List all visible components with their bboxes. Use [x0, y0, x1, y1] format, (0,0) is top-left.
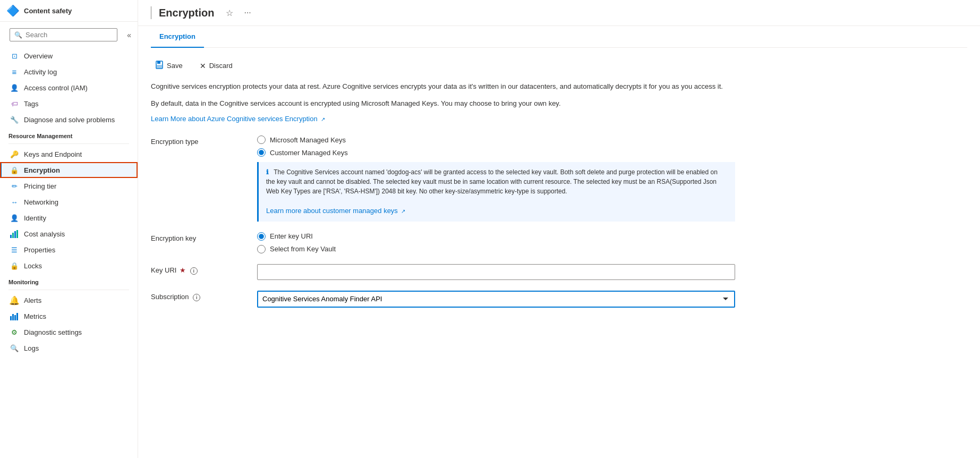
pricing-icon: ✏	[10, 182, 19, 190]
radio-select-vault[interactable]: Select from Key Vault	[257, 245, 967, 253]
sidebar-item-label: Diagnostic settings	[24, 328, 82, 336]
learn-more-cmk-link[interactable]: Learn more about customer managed keys ↗	[266, 207, 405, 215]
radio-customer-label[interactable]: Customer Managed Keys	[270, 149, 348, 157]
sidebar-item-cost-analysis[interactable]: Cost analysis	[0, 226, 138, 242]
learn-more-link[interactable]: Learn More about Azure Cognitive service…	[151, 115, 325, 123]
radio-enter-uri-input[interactable]	[257, 232, 266, 241]
radio-select-vault-input[interactable]	[257, 245, 266, 253]
favorite-button[interactable]: ☆	[224, 7, 235, 19]
radio-enter-uri-label[interactable]: Enter key URI	[270, 232, 313, 240]
radio-select-vault-label[interactable]: Select from Key Vault	[270, 245, 336, 253]
search-container: 🔍	[10, 28, 117, 41]
service-title: Content safety	[24, 7, 72, 15]
encryption-key-label: Encryption key	[151, 232, 257, 242]
monitoring-divider	[8, 290, 129, 290]
sidebar-item-metrics[interactable]: Metrics	[0, 308, 138, 324]
encryption-key-row: Encryption key Enter key URI Select from…	[151, 232, 967, 253]
discard-button[interactable]: ✕ Discard	[195, 60, 237, 72]
sidebar-item-label: Overview	[24, 52, 53, 60]
sidebar-item-label: Diagnose and solve problems	[24, 116, 115, 124]
radio-customer-managed[interactable]: Customer Managed Keys	[257, 148, 967, 157]
radio-customer-input[interactable]	[257, 148, 266, 157]
sidebar-item-diagnose[interactable]: 🔧 Diagnose and solve problems	[0, 112, 138, 128]
sidebar-item-activity-log[interactable]: ≡ Activity log	[0, 64, 138, 80]
more-options-button[interactable]: ···	[242, 7, 253, 19]
collapse-button[interactable]: «	[125, 29, 133, 41]
subscription-control: Cognitive Services Anomaly Finder API	[257, 291, 967, 308]
save-button[interactable]: Save	[151, 58, 187, 73]
search-input[interactable]	[25, 31, 113, 39]
overview-icon: ⊡	[10, 52, 19, 60]
content-area: Encryption Save ✕ Discard Cognitive se	[138, 26, 980, 458]
activity-log-icon: ≡	[10, 67, 19, 76]
sidebar-item-tags[interactable]: 🏷 Tags	[0, 96, 138, 112]
key-uri-label-text: Key URI	[151, 266, 176, 274]
sidebar-item-keys-endpoint[interactable]: 🔑 Keys and Endpoint	[0, 146, 138, 162]
tab-bar: Encryption	[151, 26, 967, 48]
sidebar-nav: ⊡ Overview ≡ Activity log 👤 Access contr…	[0, 48, 138, 458]
sidebar-item-locks[interactable]: 🔒 Locks	[0, 258, 138, 274]
main-content: Encryption ☆ ··· Encryption Save	[138, 0, 980, 458]
radio-enter-uri[interactable]: Enter key URI	[257, 232, 967, 241]
cmk-external-link-icon: ↗	[401, 208, 405, 214]
subscription-select[interactable]: Cognitive Services Anomaly Finder API	[257, 291, 735, 308]
encryption-type-label: Encryption type	[151, 135, 257, 146]
sidebar-item-label: Networking	[24, 198, 58, 206]
sidebar-item-label: Metrics	[24, 312, 46, 320]
description-1: Cognitive services encryption protects y…	[151, 81, 788, 92]
sidebar-item-identity[interactable]: 👤 Identity	[0, 210, 138, 226]
sidebar-item-label: Access control (IAM)	[24, 84, 88, 92]
description-2: By default, data in the Cognitive servic…	[151, 98, 788, 109]
sidebar-item-pricing-tier[interactable]: ✏ Pricing tier	[0, 178, 138, 194]
alerts-icon: 🔔	[10, 296, 19, 304]
sidebar-item-networking[interactable]: ↔ Networking	[0, 194, 138, 210]
radio-microsoft-input[interactable]	[257, 135, 266, 144]
discard-icon: ✕	[200, 62, 206, 70]
tab-encryption[interactable]: Encryption	[151, 26, 204, 48]
sidebar-item-encryption[interactable]: 🔒 Encryption	[0, 162, 138, 178]
sidebar-item-overview[interactable]: ⊡ Overview	[0, 48, 138, 64]
info-text: The Cognitive Services account named 'do…	[266, 168, 718, 195]
svg-rect-9	[157, 61, 160, 64]
form-section: Encryption type Microsoft Managed Keys C…	[151, 135, 967, 308]
logs-icon: 🔍	[10, 344, 19, 352]
sidebar-item-access-control[interactable]: 👤 Access control (IAM)	[0, 80, 138, 96]
key-uri-control	[257, 264, 967, 280]
radio-microsoft-label[interactable]: Microsoft Managed Keys	[270, 136, 346, 144]
svg-rect-3	[16, 230, 18, 238]
learn-more-cmk-text: Learn more about customer managed keys	[266, 207, 398, 215]
key-uri-label: Key URI ★ i	[151, 264, 257, 275]
key-uri-input[interactable]	[257, 264, 735, 280]
svg-rect-0	[10, 235, 12, 238]
access-control-icon: 👤	[10, 83, 19, 92]
resource-management-label: Resource Management	[0, 128, 138, 141]
sidebar-item-label: Pricing tier	[24, 182, 56, 190]
page-header: Encryption ☆ ···	[138, 0, 980, 26]
sidebar-item-label: Identity	[24, 214, 46, 222]
key-uri-info-icon[interactable]: i	[190, 267, 198, 275]
subscription-info-icon[interactable]: i	[193, 294, 200, 301]
metrics-icon	[10, 312, 19, 320]
learn-more-link-text: Learn More about Azure Cognitive service…	[151, 115, 318, 123]
subscription-row: Subscription i Cognitive Services Anomal…	[151, 291, 967, 308]
sidebar-item-diagnostic-settings[interactable]: ⚙ Diagnostic settings	[0, 324, 138, 340]
svg-rect-2	[14, 231, 16, 238]
sidebar-item-label: Alerts	[24, 296, 41, 304]
encryption-key-control: Enter key URI Select from Key Vault	[257, 232, 967, 253]
sidebar-item-properties[interactable]: ☰ Properties	[0, 242, 138, 258]
sidebar-item-alerts[interactable]: 🔔 Alerts	[0, 292, 138, 308]
save-icon	[155, 61, 164, 71]
svg-rect-6	[14, 315, 16, 320]
sidebar-item-logs[interactable]: 🔍 Logs	[0, 340, 138, 356]
sidebar-item-label: Tags	[24, 100, 38, 108]
header-actions: ☆ ···	[224, 7, 253, 19]
networking-icon: ↔	[10, 198, 19, 206]
encryption-type-control: Microsoft Managed Keys Customer Managed …	[257, 135, 967, 222]
sidebar-item-label: Keys and Endpoint	[24, 150, 82, 158]
diagnose-icon: 🔧	[10, 115, 19, 124]
radio-microsoft-managed[interactable]: Microsoft Managed Keys	[257, 135, 967, 144]
discard-label: Discard	[209, 62, 233, 70]
encryption-type-row: Encryption type Microsoft Managed Keys C…	[151, 135, 967, 222]
header-divider	[151, 6, 151, 19]
save-label: Save	[167, 62, 183, 70]
